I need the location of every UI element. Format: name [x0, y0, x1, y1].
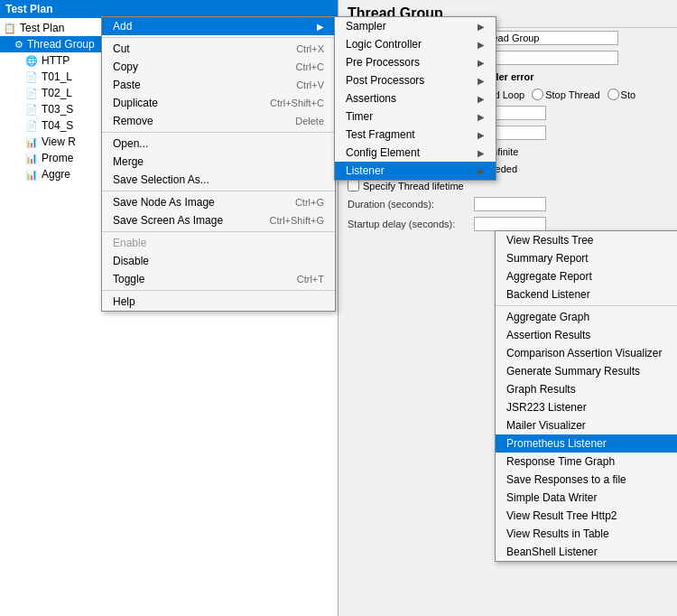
menu-item-label: Toggle — [113, 273, 144, 285]
menu-item-save-screen[interactable]: Save Screen As Image Ctrl+Shift+G — [102, 211, 335, 229]
listener-save-responses[interactable]: Save Responses to a file — [496, 471, 677, 489]
specify-thread-checkbox[interactable] — [348, 180, 359, 191]
separator-3 — [102, 191, 335, 191]
view-icon: 📊 — [25, 136, 38, 148]
listener-beanshell[interactable]: BeanShell Listener — [496, 543, 677, 561]
submenu-item-label: Listener — [346, 164, 385, 177]
tree-item-label: T04_S — [42, 119, 73, 132]
menu-item-label: Copy — [113, 61, 138, 73]
submenu-pre-processors[interactable]: Pre Processors ▶ — [335, 53, 496, 71]
listener-item-label: Backend Listener — [506, 288, 590, 301]
listener-generate-summary[interactable]: Generate Summary Results — [496, 362, 677, 380]
submenu-item-label: Config Element — [346, 146, 420, 159]
menu-item-add[interactable]: Add ▶ — [102, 17, 335, 35]
sampler-arrow: ▶ — [478, 22, 485, 32]
separator-1 — [102, 37, 335, 38]
listener-item-label: Aggregate Graph — [506, 311, 589, 323]
listener-comparison-assertion[interactable]: Comparison Assertion Visualizer — [496, 344, 677, 362]
listener-item-label: Response Time Graph — [506, 455, 615, 468]
menu-item-save-selection[interactable]: Save Selection As... — [102, 171, 335, 189]
menu-item-label: Save Screen As Image — [113, 214, 223, 227]
menu-item-label: Save Selection As... — [113, 173, 209, 186]
shortcut-save-screen: Ctrl+Shift+G — [269, 215, 324, 226]
listener-item-label: Graph Results — [506, 383, 576, 396]
listener-summary-report[interactable]: Summary Report — [496, 249, 677, 267]
tree-item-label: Prome — [42, 152, 73, 164]
aggre-icon: 📊 — [25, 169, 38, 181]
listener-mailer-visualizer[interactable]: Mailer Visualizer — [496, 416, 677, 434]
menu-item-label: Open... — [113, 137, 148, 150]
duration-input[interactable] — [474, 197, 546, 211]
tree-title: Test Plan — [0, 0, 338, 18]
shortcut-remove: Delete — [295, 116, 324, 126]
menu-item-toggle[interactable]: Toggle Ctrl+T — [102, 270, 335, 288]
listener-simple-data-writer[interactable]: Simple Data Writer — [496, 489, 677, 507]
test-plan-icon: 📋 — [4, 23, 16, 34]
listener-item-label: Comparison Assertion Visualizer — [506, 347, 663, 359]
duration-row: Duration (seconds): — [338, 194, 677, 214]
listener-aggregate-graph[interactable]: Aggregate Graph — [496, 308, 677, 326]
listener-item-label: Simple Data Writer — [506, 491, 597, 504]
listener-jsr223[interactable]: JSR223 Listener — [496, 398, 677, 416]
listener-item-label: Prometheus Listener — [506, 437, 607, 450]
listener-view-result-tree-http2[interactable]: View Result Tree Http2 — [496, 507, 677, 525]
menu-item-cut[interactable]: Cut Ctrl+X — [102, 40, 335, 58]
submenu-test-fragment[interactable]: Test Fragment ▶ — [335, 126, 496, 144]
submenu-listener[interactable]: Listener ▶ — [335, 162, 496, 180]
add-submenu: Sampler ▶ Logic Controller ▶ Pre Process… — [334, 16, 496, 181]
listener-view-results-in-table[interactable]: View Results in Table — [496, 525, 677, 543]
assertions-arrow: ▶ — [478, 94, 485, 104]
shortcut-save-node: Ctrl+G — [295, 197, 324, 208]
listener-backend-listener[interactable]: Backend Listener — [496, 285, 677, 303]
submenu-item-label: Pre Processors — [346, 56, 420, 69]
submenu-config-element[interactable]: Config Element ▶ — [335, 144, 496, 162]
tree-item-label: HTTP — [42, 54, 70, 67]
menu-item-open[interactable]: Open... — [102, 135, 335, 153]
menu-item-label: Add — [113, 20, 132, 33]
submenu-logic-controller[interactable]: Logic Controller ▶ — [335, 35, 496, 53]
menu-item-help[interactable]: Help — [102, 293, 335, 311]
listener-response-time-graph[interactable]: Response Time Graph — [496, 453, 677, 471]
menu-item-save-node[interactable]: Save Node As Image Ctrl+G — [102, 193, 335, 211]
submenu-timer[interactable]: Timer ▶ — [335, 107, 496, 126]
listener-graph-results[interactable]: Graph Results — [496, 380, 677, 398]
listener-item-label: JSR223 Listener — [506, 401, 587, 414]
tree-item-label: Test Plan — [20, 22, 64, 34]
submenu-item-label: Sampler — [346, 20, 386, 33]
submenu-sampler[interactable]: Sampler ▶ — [335, 17, 496, 35]
tree-item-label: T03_S — [42, 103, 73, 116]
radio-sto[interactable]: Sto — [607, 89, 636, 100]
listener-aggregate-report[interactable]: Aggregate Report — [496, 267, 677, 285]
listener-item-label: View Results in Table — [506, 527, 609, 540]
menu-item-merge[interactable]: Merge — [102, 153, 335, 171]
submenu-item-label: Logic Controller — [346, 38, 422, 51]
logic-controller-arrow: ▶ — [478, 40, 485, 50]
menu-item-copy[interactable]: Copy Ctrl+C — [102, 58, 335, 76]
menu-item-label: Save Node As Image — [113, 196, 215, 209]
menu-item-label: Paste — [113, 79, 141, 91]
submenu-assertions[interactable]: Assertions ▶ — [335, 89, 496, 107]
tree-item-label: View R — [42, 135, 76, 148]
menu-item-label: Duplicate — [113, 97, 158, 109]
submenu-post-processors[interactable]: Post Processors ▶ — [335, 71, 496, 89]
listener-arrow: ▶ — [478, 166, 485, 176]
listener-item-label: Aggregate Report — [506, 270, 592, 283]
listener-assertion-results[interactable]: Assertion Results — [496, 326, 677, 344]
tree-item-label: T01_L — [42, 70, 72, 83]
duration-label: Duration (seconds): — [348, 199, 474, 210]
test-fragment-arrow: ▶ — [478, 130, 485, 140]
http-icon: 🌐 — [25, 55, 38, 67]
menu-item-duplicate[interactable]: Duplicate Ctrl+Shift+C — [102, 94, 335, 112]
radio-stop-thread[interactable]: Stop Thread — [532, 89, 599, 100]
startup-delay-label: Startup delay (seconds): — [348, 219, 474, 229]
listener-view-results-tree[interactable]: View Results Tree — [496, 231, 677, 249]
menu-item-paste[interactable]: Paste Ctrl+V — [102, 76, 335, 94]
shortcut-duplicate: Ctrl+Shift+C — [270, 98, 324, 108]
tree-item-label: Thread Group — [27, 38, 95, 51]
startup-delay-input[interactable] — [474, 217, 546, 231]
menu-item-remove[interactable]: Remove Delete — [102, 112, 335, 130]
menu-item-disable[interactable]: Disable — [102, 252, 335, 270]
separator-2 — [102, 132, 335, 133]
listener-prometheus[interactable]: Prometheus Listener — [496, 434, 677, 453]
menu-item-label: Cut — [113, 42, 130, 55]
